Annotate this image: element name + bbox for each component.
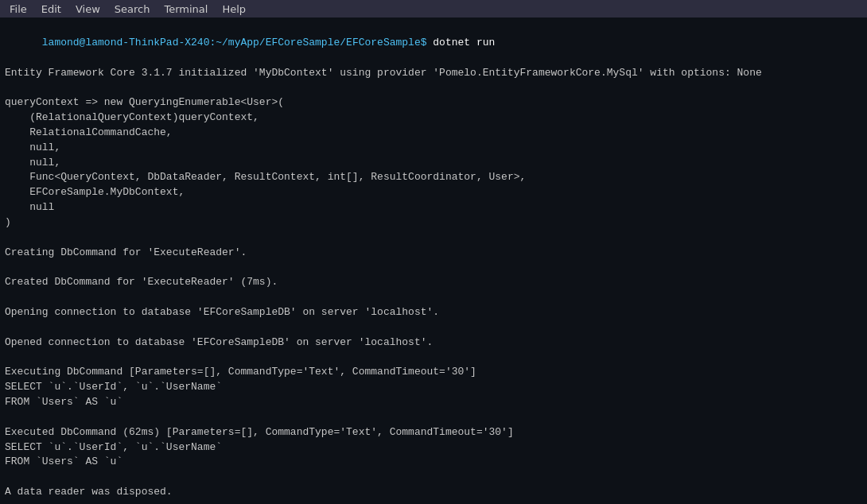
menu-search[interactable]: Search (108, 2, 157, 17)
menu-help[interactable]: Help (216, 2, 252, 17)
output-line (5, 290, 862, 305)
output-line (5, 320, 862, 335)
output-line (5, 80, 862, 95)
menu-view[interactable]: View (69, 2, 107, 17)
output-line: Creating DbCommand for 'ExecuteReader'. (5, 246, 862, 261)
terminal-output: lamond@lamond-ThinkPad-X240:~/myApp/EFCo… (5, 21, 862, 66)
terminal-window: File Edit View Search Terminal Help lamo… (0, 0, 867, 504)
output-line: queryContext => new QueryingEnumerable<U… (5, 95, 862, 110)
menu-edit[interactable]: Edit (35, 2, 68, 17)
output-line (5, 470, 862, 485)
output-line: Created DbCommand for 'ExecuteReader' (7… (5, 275, 862, 290)
output-line: Opened connection to database 'EFCoreSam… (5, 335, 862, 351)
output-line: EFCoreSample.MyDbContext, (5, 185, 862, 200)
output-line: Entity Framework Core 3.1.7 initialized … (5, 66, 862, 81)
output-line: null, (5, 156, 862, 171)
output-line: Executed DbCommand (62ms) [Parameters=[]… (5, 425, 862, 440)
output-line: Opening connection to database 'EFCoreSa… (5, 305, 862, 320)
menu-terminal[interactable]: Terminal (157, 2, 214, 17)
output-line: SELECT `u`.`UserId`, `u`.`UserName` (5, 440, 862, 456)
output-line: ) (5, 215, 862, 231)
output-line: FROM `Users` AS `u` (5, 395, 862, 410)
output-line (5, 261, 862, 276)
output-line: null, (5, 141, 862, 156)
output-line: Executing DbCommand [Parameters=[], Comm… (5, 365, 862, 380)
output-line: SELECT `u`.`UserId`, `u`.`UserName` (5, 380, 862, 395)
output-line: (RelationalQueryContext)queryContext, (5, 110, 862, 126)
menu-bar: File Edit View Search Terminal Help (0, 0, 867, 17)
output-line: RelationalCommandCache, (5, 126, 862, 141)
output-line: Func<QueryContext, DbDataReader, ResultC… (5, 170, 862, 185)
output-line: null (5, 200, 862, 215)
initial-prompt: lamond@lamond-ThinkPad-X240:~/myApp/EFCo… (42, 37, 427, 48)
output-line (5, 410, 862, 425)
output-line (5, 231, 862, 246)
output-line (5, 500, 862, 504)
output-line: FROM `Users` AS `u` (5, 455, 862, 470)
menu-file[interactable]: File (3, 2, 33, 17)
initial-command: dotnet run (427, 37, 496, 48)
output-content: Entity Framework Core 3.1.7 initialized … (5, 66, 862, 504)
output-line: A data reader was disposed. (5, 485, 862, 500)
output-line (5, 351, 862, 366)
terminal-body[interactable]: lamond@lamond-ThinkPad-X240:~/myApp/EFCo… (0, 17, 867, 504)
